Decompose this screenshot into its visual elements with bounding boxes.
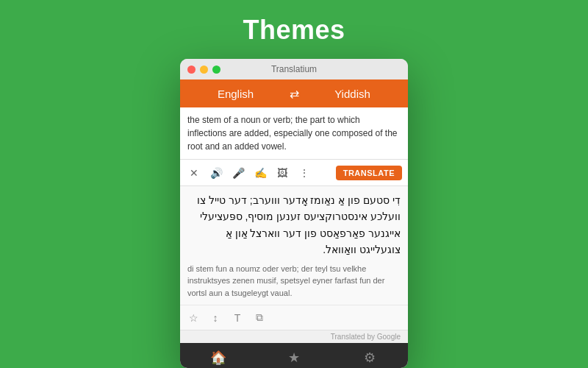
image-icon[interactable]: 🖼 [274, 165, 290, 181]
result-main-text: דִי סטעם פון אַ נאַומז אָדער וווערב; דער… [187, 192, 401, 258]
result-area: דִי סטעם פון אַ נאַומז אָדער וווערב; דער… [180, 186, 408, 305]
traffic-lights [187, 66, 220, 74]
page-title: Themes [243, 15, 345, 46]
swap-languages-button[interactable]: ⇄ [284, 87, 304, 101]
more-options-icon[interactable]: ⋮ [296, 165, 312, 181]
maximize-button[interactable] [212, 66, 220, 74]
nav-home[interactable]: 🏠 Home [180, 343, 256, 368]
home-icon: 🏠 [210, 350, 226, 366]
app-title: Translatium [271, 64, 317, 74]
app-window: Translatium English ⇄ Yiddish the stem o… [180, 59, 408, 368]
translate-button[interactable]: TRANSLATE [336, 166, 402, 180]
result-toolbar: ☆ ↕ T ⧉ [180, 305, 408, 330]
title-bar: Translatium [180, 59, 408, 79]
source-text[interactable]: the stem of a noun or verb; the part to … [180, 107, 408, 160]
speaker-icon[interactable]: 🔊 [208, 165, 224, 181]
nav-settings[interactable]: ⚙ Settings [332, 343, 408, 368]
close-icon[interactable]: ✕ [186, 165, 202, 181]
result-transliteration: di stem fun a noumz oder verb; der teyl … [187, 263, 401, 300]
target-language[interactable]: Yiddish [304, 88, 401, 100]
text-icon[interactable]: T [230, 311, 245, 325]
handwrite-icon[interactable]: ✍ [252, 165, 268, 181]
minimize-button[interactable] [200, 66, 208, 74]
phrasebook-icon: ★ [288, 350, 300, 366]
bottom-navigation: 🏠 Home ★ Phrasebook ⚙ Settings [180, 343, 408, 368]
close-button[interactable] [187, 66, 196, 74]
source-language[interactable]: English [187, 88, 284, 100]
nav-phrasebook[interactable]: ★ Phrasebook [256, 343, 331, 368]
microphone-icon[interactable]: 🎤 [230, 165, 246, 181]
translated-by-label: Translated by Google [180, 330, 408, 343]
input-toolbar: ✕ 🔊 🎤 ✍ 🖼 ⋮ TRANSLATE [180, 160, 408, 186]
language-bar: English ⇄ Yiddish [180, 79, 408, 107]
favorite-icon[interactable]: ☆ [186, 311, 201, 325]
copy-icon[interactable]: ⧉ [252, 311, 267, 325]
font-size-icon[interactable]: ↕ [208, 311, 223, 325]
settings-icon: ⚙ [364, 350, 376, 366]
